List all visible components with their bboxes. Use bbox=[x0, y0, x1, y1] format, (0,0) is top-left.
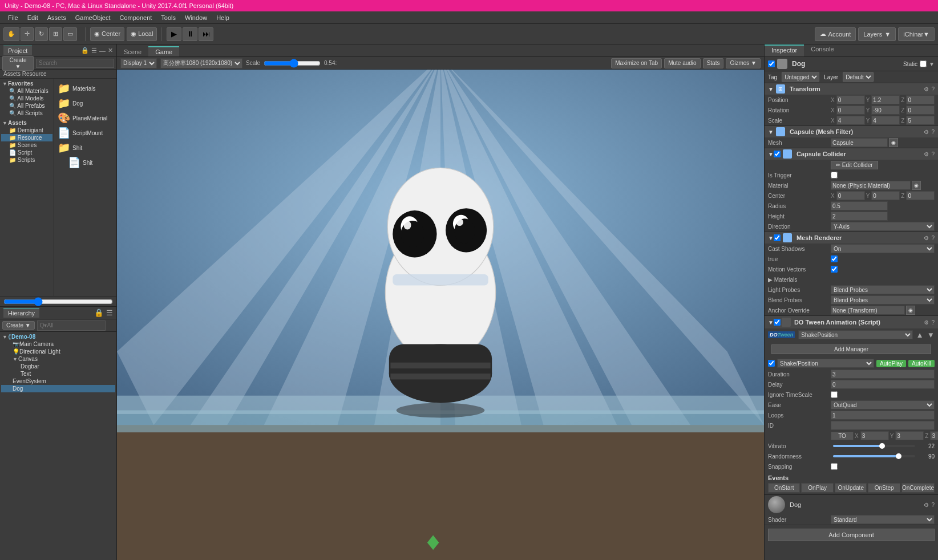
resolution-select[interactable]: 高分辨率1080 (1920x1080) bbox=[160, 58, 242, 68]
tag-select[interactable]: Untagged bbox=[782, 72, 819, 82]
pause-btn[interactable]: ⏸ bbox=[183, 27, 197, 41]
directional-light-item[interactable]: 💡 Directional Light bbox=[1, 348, 115, 355]
on-update-btn[interactable]: OnUpdate bbox=[835, 483, 867, 493]
autoplay-btn[interactable]: AutoPlay bbox=[876, 360, 906, 367]
rect-tool[interactable]: ▭ bbox=[63, 27, 77, 41]
stats-btn[interactable]: Stats bbox=[703, 58, 724, 68]
transform-header[interactable]: ▼ ⊞ Transform ⚙ ? bbox=[765, 83, 938, 95]
mesh-filter-header[interactable]: ▼ Capsule (Mesh Filter) ⚙ ? bbox=[765, 126, 938, 137]
move-tool[interactable]: ✛ bbox=[21, 27, 34, 41]
menu-help[interactable]: Help bbox=[212, 13, 234, 22]
menu-tools[interactable]: Tools bbox=[156, 13, 180, 22]
tween-active-checkbox[interactable] bbox=[768, 360, 775, 367]
console-tab[interactable]: Console bbox=[804, 44, 840, 56]
center-z[interactable] bbox=[906, 191, 935, 200]
loops-input[interactable] bbox=[831, 411, 935, 420]
transform-help-icon[interactable]: ? bbox=[931, 86, 935, 92]
material-select-btn[interactable]: ◉ bbox=[912, 181, 921, 190]
to-x[interactable] bbox=[860, 431, 889, 440]
menu-edit[interactable]: Edit bbox=[23, 13, 43, 22]
motion-vectors-checkbox[interactable] bbox=[831, 266, 838, 273]
rot-x[interactable] bbox=[836, 105, 865, 115]
delay-input[interactable] bbox=[831, 380, 935, 389]
receive-shadows-checkbox[interactable] bbox=[831, 255, 838, 262]
scale-z[interactable] bbox=[906, 116, 935, 125]
ichinar-btn[interactable]: iChinar▼ bbox=[898, 27, 935, 41]
ignore-timescale-checkbox[interactable] bbox=[831, 391, 838, 398]
rot-z[interactable] bbox=[906, 105, 935, 115]
mesh-filter-help-icon[interactable]: ? bbox=[931, 129, 935, 135]
gizmos-btn[interactable]: Gizmos ▼ bbox=[726, 58, 761, 68]
dotween-header[interactable]: ▼ DO Tween Animation (Script) ⚙ ? bbox=[765, 316, 938, 328]
shit-folder[interactable]: 📁 Shit bbox=[56, 140, 114, 155]
mesh-renderer-help-icon[interactable]: ? bbox=[931, 235, 935, 241]
rot-y[interactable] bbox=[871, 105, 900, 115]
scale-tool[interactable]: ⊞ bbox=[49, 27, 62, 41]
all-materials-item[interactable]: 🔍 All Materials bbox=[1, 87, 52, 95]
height-input[interactable] bbox=[831, 212, 888, 221]
scale-x[interactable] bbox=[836, 116, 865, 125]
capsule-help-icon[interactable]: ? bbox=[931, 151, 935, 157]
menu-window[interactable]: Window bbox=[180, 13, 212, 22]
main-camera-item[interactable]: 📷 Main Camera bbox=[1, 340, 115, 348]
scale-slider[interactable] bbox=[264, 59, 321, 68]
event-system-item[interactable]: EventSystem bbox=[1, 378, 115, 385]
menu-file[interactable]: File bbox=[3, 13, 23, 22]
menu-component[interactable]: Component bbox=[115, 13, 156, 22]
snapping-checkbox[interactable] bbox=[831, 463, 838, 470]
tab-game[interactable]: Game bbox=[148, 46, 179, 56]
add-manager-btn[interactable]: Add Manager bbox=[771, 344, 931, 354]
plane-material-item[interactable]: 🎨 PlaneMaterial bbox=[56, 111, 114, 125]
mesh-input[interactable] bbox=[831, 138, 888, 147]
shader-select[interactable]: Standard bbox=[831, 515, 935, 524]
ease-select[interactable]: OutQuad bbox=[831, 400, 935, 409]
play-btn[interactable]: ▶ bbox=[167, 27, 181, 41]
project-create-btn[interactable]: Create ▼ bbox=[2, 56, 34, 71]
mesh-select-btn[interactable]: ◉ bbox=[889, 138, 898, 147]
maximize-btn[interactable]: Maximize on Tab bbox=[611, 58, 662, 68]
dotween-arr-down[interactable]: ▼ bbox=[927, 331, 935, 339]
mesh-renderer-header[interactable]: ▼ Mesh Renderer ⚙ ? bbox=[765, 232, 938, 244]
layer-select[interactable]: Default bbox=[843, 72, 874, 82]
edit-collider-btn[interactable]: ✏ Edit Collider bbox=[831, 161, 878, 169]
all-prefabs-item[interactable]: 🔍 All Prefabs bbox=[1, 102, 52, 109]
on-start-btn[interactable]: OnStart bbox=[768, 483, 800, 493]
project-collapse-icon[interactable]: ✕ bbox=[108, 47, 113, 54]
on-play-btn[interactable]: OnPlay bbox=[801, 483, 833, 493]
dotween-help-icon[interactable]: ? bbox=[931, 319, 935, 326]
assets-header[interactable]: ▼ Assets bbox=[1, 119, 52, 127]
cast-shadows-select[interactable]: On bbox=[831, 244, 935, 253]
center-y[interactable] bbox=[871, 191, 900, 200]
local-btn[interactable]: ◉ Local bbox=[127, 27, 157, 41]
center-x[interactable] bbox=[836, 191, 865, 200]
project-close-icon[interactable]: — bbox=[99, 47, 106, 54]
hierarchy-menu-icon[interactable]: ☰ bbox=[106, 309, 113, 317]
duration-input[interactable] bbox=[831, 370, 935, 379]
reflection-probes-select[interactable]: Blend Probes bbox=[831, 295, 935, 305]
rotate-tool[interactable]: ↻ bbox=[35, 27, 48, 41]
all-scripts-item[interactable]: 🔍 All Scripts bbox=[1, 109, 52, 117]
obj-active-checkbox[interactable] bbox=[768, 60, 775, 67]
anchor-input[interactable] bbox=[831, 306, 905, 315]
materials-folder[interactable]: 📁 Materials bbox=[56, 81, 114, 96]
on-step-btn[interactable]: OnStep bbox=[868, 483, 900, 493]
script-mount-item[interactable]: 📄 ScriptMount bbox=[56, 125, 114, 140]
scene-root[interactable]: ▼ ⟪ Demo-08 bbox=[1, 333, 115, 340]
step-btn[interactable]: ⏭ bbox=[199, 27, 213, 41]
dogbar-item[interactable]: Dogbar bbox=[1, 363, 115, 370]
project-tab[interactable]: Project bbox=[3, 46, 32, 55]
to-y[interactable] bbox=[895, 431, 924, 440]
dog-folder[interactable]: 📁 Dog bbox=[56, 96, 114, 111]
all-models-item[interactable]: 🔍 All Models bbox=[1, 95, 52, 102]
capsule-collider-header[interactable]: ▼ Capsule Collider ⚙ ? bbox=[765, 148, 938, 160]
capsule-collider-enabled[interactable] bbox=[774, 151, 781, 157]
dog-item[interactable]: Dog bbox=[1, 385, 115, 392]
pos-x[interactable] bbox=[836, 95, 865, 104]
tween-type-select[interactable]: Shake/Position bbox=[777, 359, 874, 368]
radius-input[interactable] bbox=[831, 201, 888, 210]
hierarchy-tab[interactable]: Hierarchy bbox=[3, 308, 39, 318]
is-trigger-checkbox[interactable] bbox=[831, 172, 838, 178]
add-component-btn[interactable]: Add Component bbox=[768, 529, 935, 541]
material-settings-icon[interactable]: ⚙ bbox=[924, 502, 929, 508]
autokill-btn[interactable]: AutoKill bbox=[908, 360, 935, 367]
